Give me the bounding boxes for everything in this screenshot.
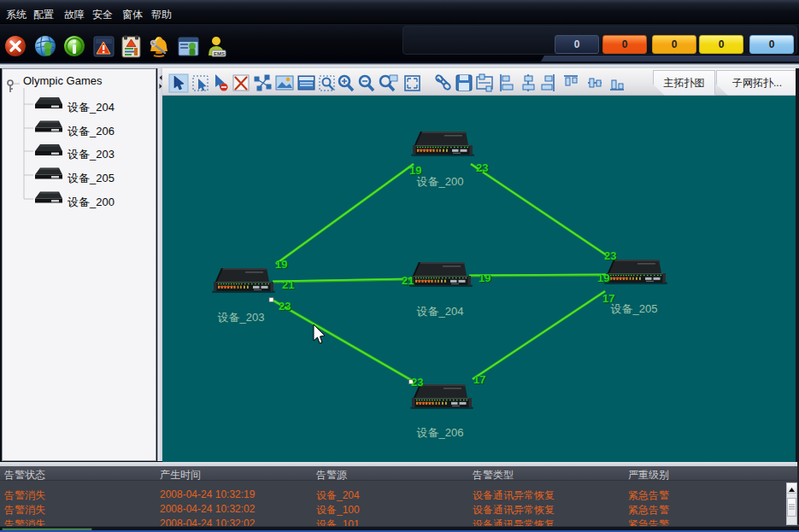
svg-text:设备_205: 设备_205 bbox=[611, 302, 658, 315]
svg-text:设备_200: 设备_200 bbox=[417, 175, 464, 188]
svg-text:17: 17 bbox=[473, 373, 485, 386]
svg-text:23: 23 bbox=[476, 161, 488, 174]
svg-text:23: 23 bbox=[279, 300, 291, 313]
svg-text:设备_206: 设备_206 bbox=[417, 426, 464, 439]
svg-text:19: 19 bbox=[597, 272, 609, 284]
svg-text:EMS: EMS bbox=[214, 51, 225, 56]
svg-text:设备_203: 设备_203 bbox=[218, 311, 265, 324]
svg-text:19: 19 bbox=[479, 272, 491, 284]
svg-text:19: 19 bbox=[275, 258, 287, 271]
svg-text:23: 23 bbox=[411, 376, 423, 389]
svg-text:21: 21 bbox=[282, 278, 294, 291]
svg-text:21: 21 bbox=[402, 274, 414, 287]
svg-text:设备_204: 设备_204 bbox=[417, 305, 464, 318]
svg-text:23: 23 bbox=[604, 249, 616, 262]
